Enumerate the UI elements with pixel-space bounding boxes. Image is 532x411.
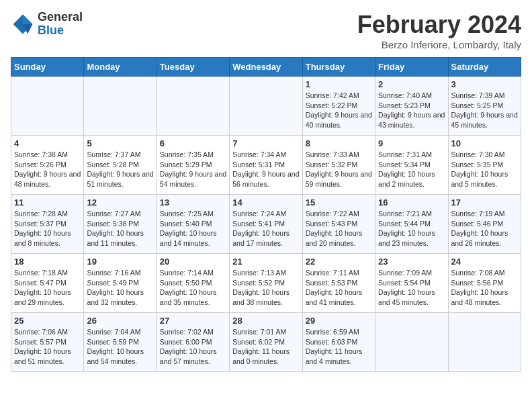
calendar-week-row: 11Sunrise: 7:28 AM Sunset: 5:37 PM Dayli… xyxy=(11,195,521,254)
day-number: 11 xyxy=(14,197,81,208)
weekday-header: Sunday xyxy=(11,58,84,77)
calendar-cell: 20Sunrise: 7:14 AM Sunset: 5:50 PM Dayli… xyxy=(157,254,229,313)
day-number: 6 xyxy=(160,138,226,148)
calendar-cell: 16Sunrise: 7:21 AM Sunset: 5:44 PM Dayli… xyxy=(375,195,448,254)
day-number: 24 xyxy=(451,257,518,267)
month-title: February 2024 xyxy=(357,11,521,39)
calendar-cell: 28Sunrise: 7:01 AM Sunset: 6:02 PM Dayli… xyxy=(230,313,302,372)
day-number: 15 xyxy=(306,197,372,208)
day-number: 13 xyxy=(160,197,226,208)
calendar-cell: 21Sunrise: 7:13 AM Sunset: 5:52 PM Dayli… xyxy=(230,254,302,313)
day-number: 29 xyxy=(306,316,372,326)
day-number: 8 xyxy=(306,138,372,148)
day-info: Sunrise: 7:09 AM Sunset: 5:54 PM Dayligh… xyxy=(378,268,445,308)
logo-text: General Blue xyxy=(38,11,83,38)
day-number: 23 xyxy=(378,257,445,267)
day-info: Sunrise: 7:21 AM Sunset: 5:44 PM Dayligh… xyxy=(378,209,445,248)
day-number: 17 xyxy=(451,197,518,208)
calendar-cell: 27Sunrise: 7:02 AM Sunset: 6:00 PM Dayli… xyxy=(157,313,229,372)
calendar-cell: 12Sunrise: 7:27 AM Sunset: 5:38 PM Dayli… xyxy=(84,195,157,254)
day-info: Sunrise: 7:38 AM Sunset: 5:26 PM Dayligh… xyxy=(14,150,81,189)
calendar-cell xyxy=(375,313,448,372)
day-number: 25 xyxy=(14,316,81,326)
calendar-cell: 5Sunrise: 7:37 AM Sunset: 5:28 PM Daylig… xyxy=(84,136,157,195)
weekday-header-row: SundayMondayTuesdayWednesdayThursdayFrid… xyxy=(11,58,521,77)
day-number: 12 xyxy=(87,197,153,208)
day-info: Sunrise: 7:42 AM Sunset: 5:22 PM Dayligh… xyxy=(306,91,372,130)
day-info: Sunrise: 7:14 AM Sunset: 5:50 PM Dayligh… xyxy=(160,268,226,308)
day-info: Sunrise: 7:01 AM Sunset: 6:02 PM Dayligh… xyxy=(232,327,299,367)
calendar-table: SundayMondayTuesdayWednesdayThursdayFrid… xyxy=(11,57,521,372)
calendar-cell: 15Sunrise: 7:22 AM Sunset: 5:43 PM Dayli… xyxy=(302,195,375,254)
day-number: 14 xyxy=(232,197,299,208)
calendar-cell: 7Sunrise: 7:34 AM Sunset: 5:31 PM Daylig… xyxy=(230,136,302,195)
day-info: Sunrise: 7:08 AM Sunset: 5:56 PM Dayligh… xyxy=(451,268,518,308)
day-number: 7 xyxy=(232,138,299,148)
day-number: 4 xyxy=(14,138,81,148)
day-number: 22 xyxy=(306,257,372,267)
day-info: Sunrise: 7:40 AM Sunset: 5:23 PM Dayligh… xyxy=(378,91,445,130)
calendar-cell xyxy=(230,77,302,136)
day-number: 5 xyxy=(87,138,153,148)
calendar-cell: 18Sunrise: 7:18 AM Sunset: 5:47 PM Dayli… xyxy=(11,254,84,313)
calendar-cell: 1Sunrise: 7:42 AM Sunset: 5:22 PM Daylig… xyxy=(302,77,375,136)
calendar-cell: 3Sunrise: 7:39 AM Sunset: 5:25 PM Daylig… xyxy=(448,77,521,136)
day-info: Sunrise: 7:04 AM Sunset: 5:59 PM Dayligh… xyxy=(87,327,153,367)
calendar-cell: 8Sunrise: 7:33 AM Sunset: 5:32 PM Daylig… xyxy=(302,136,375,195)
day-number: 1 xyxy=(306,79,372,89)
day-info: Sunrise: 7:22 AM Sunset: 5:43 PM Dayligh… xyxy=(306,209,372,248)
calendar-cell: 4Sunrise: 7:38 AM Sunset: 5:26 PM Daylig… xyxy=(11,136,84,195)
day-info: Sunrise: 7:11 AM Sunset: 5:53 PM Dayligh… xyxy=(306,268,372,308)
calendar-cell xyxy=(11,77,84,136)
day-info: Sunrise: 7:02 AM Sunset: 6:00 PM Dayligh… xyxy=(160,327,226,367)
day-info: Sunrise: 7:33 AM Sunset: 5:32 PM Dayligh… xyxy=(306,150,372,189)
calendar-week-row: 1Sunrise: 7:42 AM Sunset: 5:22 PM Daylig… xyxy=(11,77,521,136)
day-number: 2 xyxy=(378,79,445,89)
page-header: General Blue February 2024 Berzo Inferio… xyxy=(11,11,521,50)
day-info: Sunrise: 7:25 AM Sunset: 5:40 PM Dayligh… xyxy=(160,209,226,248)
weekday-header: Thursday xyxy=(302,58,375,77)
day-number: 3 xyxy=(451,79,518,89)
calendar-cell: 11Sunrise: 7:28 AM Sunset: 5:37 PM Dayli… xyxy=(11,195,84,254)
day-info: Sunrise: 7:18 AM Sunset: 5:47 PM Dayligh… xyxy=(14,268,81,308)
day-info: Sunrise: 7:06 AM Sunset: 5:57 PM Dayligh… xyxy=(14,327,81,367)
calendar-cell: 10Sunrise: 7:30 AM Sunset: 5:35 PM Dayli… xyxy=(448,136,521,195)
day-number: 28 xyxy=(232,316,299,326)
day-info: Sunrise: 7:39 AM Sunset: 5:25 PM Dayligh… xyxy=(451,91,518,130)
calendar-cell: 23Sunrise: 7:09 AM Sunset: 5:54 PM Dayli… xyxy=(375,254,448,313)
day-info: Sunrise: 7:13 AM Sunset: 5:52 PM Dayligh… xyxy=(232,268,299,308)
day-info: Sunrise: 6:59 AM Sunset: 6:03 PM Dayligh… xyxy=(306,327,372,367)
day-info: Sunrise: 7:34 AM Sunset: 5:31 PM Dayligh… xyxy=(232,150,299,189)
calendar-cell: 6Sunrise: 7:35 AM Sunset: 5:29 PM Daylig… xyxy=(157,136,229,195)
day-info: Sunrise: 7:30 AM Sunset: 5:35 PM Dayligh… xyxy=(451,150,518,189)
weekday-header: Saturday xyxy=(448,58,521,77)
calendar-week-row: 25Sunrise: 7:06 AM Sunset: 5:57 PM Dayli… xyxy=(11,313,521,372)
logo-icon xyxy=(11,12,35,36)
calendar-cell xyxy=(448,313,521,372)
calendar-cell: 22Sunrise: 7:11 AM Sunset: 5:53 PM Dayli… xyxy=(302,254,375,313)
location-subtitle: Berzo Inferiore, Lombardy, Italy xyxy=(357,39,521,50)
weekday-header: Friday xyxy=(375,58,448,77)
calendar-cell: 25Sunrise: 7:06 AM Sunset: 5:57 PM Dayli… xyxy=(11,313,84,372)
day-number: 27 xyxy=(160,316,226,326)
weekday-header: Wednesday xyxy=(230,58,302,77)
day-info: Sunrise: 7:37 AM Sunset: 5:28 PM Dayligh… xyxy=(87,150,153,189)
calendar-cell: 9Sunrise: 7:31 AM Sunset: 5:34 PM Daylig… xyxy=(375,136,448,195)
calendar-cell: 24Sunrise: 7:08 AM Sunset: 5:56 PM Dayli… xyxy=(448,254,521,313)
day-number: 10 xyxy=(451,138,518,148)
day-number: 18 xyxy=(14,257,81,267)
day-number: 20 xyxy=(160,257,226,267)
day-number: 19 xyxy=(87,257,153,267)
day-number: 9 xyxy=(378,138,445,148)
day-number: 16 xyxy=(378,197,445,208)
weekday-header: Monday xyxy=(84,58,157,77)
calendar-cell: 26Sunrise: 7:04 AM Sunset: 5:59 PM Dayli… xyxy=(84,313,157,372)
day-info: Sunrise: 7:16 AM Sunset: 5:49 PM Dayligh… xyxy=(87,268,153,308)
svg-marker-1 xyxy=(23,14,32,24)
day-info: Sunrise: 7:19 AM Sunset: 5:46 PM Dayligh… xyxy=(451,209,518,248)
calendar-cell: 17Sunrise: 7:19 AM Sunset: 5:46 PM Dayli… xyxy=(448,195,521,254)
day-number: 26 xyxy=(87,316,153,326)
calendar-cell xyxy=(157,77,229,136)
calendar-cell: 19Sunrise: 7:16 AM Sunset: 5:49 PM Dayli… xyxy=(84,254,157,313)
day-info: Sunrise: 7:27 AM Sunset: 5:38 PM Dayligh… xyxy=(87,209,153,248)
